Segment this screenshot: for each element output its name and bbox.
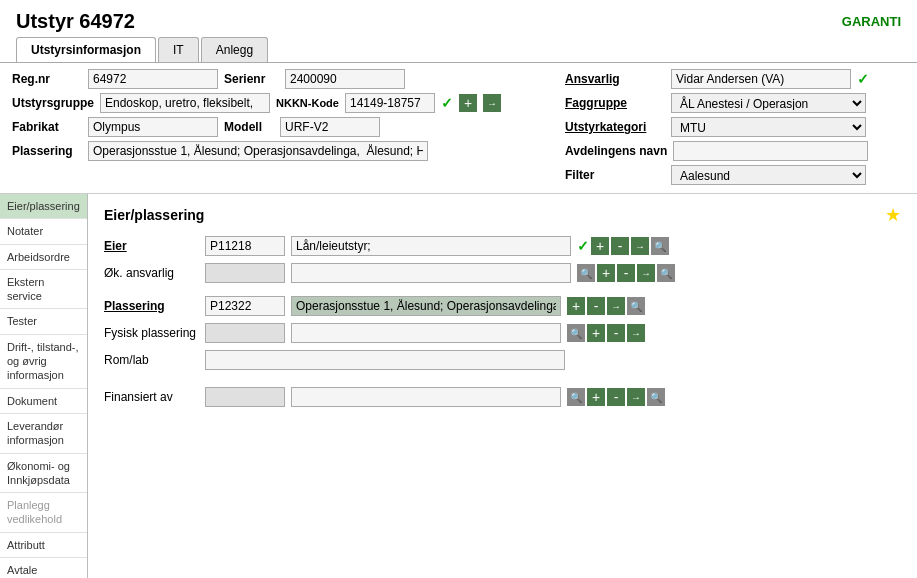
finansiert-code-input[interactable] bbox=[205, 387, 285, 407]
sidebar-nav: Eier/plassering Notater Arbeidsordre Eks… bbox=[0, 194, 88, 578]
ok-ansvarlig-field-row: Øk. ansvarlig 🔍 + - → 🔍 bbox=[104, 263, 901, 283]
nav-drift-tilstand[interactable]: Drift-, tilstand-, og øvrig informasjon bbox=[0, 335, 87, 389]
fysisk-search-btn[interactable]: 🔍 bbox=[567, 324, 585, 342]
nkkn-arrow-btn[interactable]: → bbox=[483, 94, 501, 112]
fysisk-plus-btn[interactable]: + bbox=[587, 324, 605, 342]
nkkn-plus-btn[interactable]: + bbox=[459, 94, 477, 112]
main-right-panel: Eier/plassering ★ Eier ✓ + - → 🔍 bbox=[88, 194, 917, 578]
faggruppe-label: Faggruppe bbox=[565, 96, 665, 110]
filter-label: Filter bbox=[565, 168, 665, 182]
nav-notater[interactable]: Notater bbox=[0, 219, 87, 244]
ansvarlig-input[interactable] bbox=[671, 69, 851, 89]
plassering-text-input[interactable] bbox=[291, 296, 561, 316]
plassering-row-top: Plassering bbox=[12, 141, 545, 161]
nav-attributt[interactable]: Attributt bbox=[0, 533, 87, 558]
finansiert-text-input[interactable] bbox=[291, 387, 561, 407]
eier-text-input[interactable] bbox=[291, 236, 571, 256]
plassering-top-label: Plassering bbox=[12, 144, 82, 158]
ok-ansvarlig-label: Øk. ansvarlig bbox=[104, 266, 199, 280]
ok-ansvarlig-search2-btn[interactable]: 🔍 bbox=[657, 264, 675, 282]
ok-ansvarlig-btn-group: 🔍 + - → 🔍 bbox=[577, 264, 675, 282]
section-header: Eier/plassering ★ bbox=[104, 204, 901, 226]
ok-ansvarlig-plus-btn[interactable]: + bbox=[597, 264, 615, 282]
fabrikat-label: Fabrikat bbox=[12, 120, 82, 134]
plassering-section-label[interactable]: Plassering bbox=[104, 299, 199, 313]
nav-arbeidsordre[interactable]: Arbeidsordre bbox=[0, 245, 87, 270]
nav-planlegg[interactable]: Planlegg vedlikehold bbox=[0, 493, 87, 533]
utstyrsgruppe-row: Utstyrsgruppe NKKN-Kode ✓ + → bbox=[12, 93, 545, 113]
nav-ekstern-service[interactable]: Ekstern service bbox=[0, 270, 87, 310]
fysisk-arrow-btn[interactable]: → bbox=[627, 324, 645, 342]
nav-avtale[interactable]: Avtale bbox=[0, 558, 87, 578]
spacer2 bbox=[104, 377, 901, 387]
tabs-bar: Utstyrsinformasjon IT Anlegg bbox=[0, 37, 917, 63]
finansiert-minus-btn[interactable]: - bbox=[607, 388, 625, 406]
serienr-input[interactable] bbox=[285, 69, 405, 89]
filter-select[interactable]: Aalesund bbox=[671, 165, 866, 185]
utstyrsgruppe-input[interactable] bbox=[100, 93, 270, 113]
eier-code-input[interactable] bbox=[205, 236, 285, 256]
content-wrapper: Eier/plassering Notater Arbeidsordre Eks… bbox=[0, 194, 917, 578]
regnr-row: Reg.nr Serienr bbox=[12, 69, 545, 89]
eier-arrow-btn[interactable]: → bbox=[631, 237, 649, 255]
eier-label[interactable]: Eier bbox=[104, 239, 199, 253]
plassering-minus-btn[interactable]: - bbox=[587, 297, 605, 315]
page-container: Utstyr 64972 GARANTI Utstyrsinformasjon … bbox=[0, 0, 917, 578]
fysisk-plassering-label: Fysisk plassering bbox=[104, 326, 199, 340]
finansiert-arrow-btn[interactable]: → bbox=[627, 388, 645, 406]
nav-tester[interactable]: Tester bbox=[0, 309, 87, 334]
finansiert-plus-btn[interactable]: + bbox=[587, 388, 605, 406]
page-title: Utstyr 64972 bbox=[16, 10, 135, 33]
plassering-btn-group: + - → 🔍 bbox=[567, 297, 645, 315]
fysisk-minus-btn[interactable]: - bbox=[607, 324, 625, 342]
modell-input[interactable] bbox=[280, 117, 380, 137]
plassering-top-input[interactable] bbox=[88, 141, 428, 161]
plassering-arrow-btn[interactable]: → bbox=[607, 297, 625, 315]
nav-eier-plassering[interactable]: Eier/plassering bbox=[0, 194, 87, 219]
fabrikat-row: Fabrikat Modell bbox=[12, 117, 545, 137]
eier-check-icon[interactable]: ✓ bbox=[577, 238, 589, 254]
utstyrkategori-row: Utstyrkategori MTU bbox=[565, 117, 905, 137]
ansvarlig-label: Ansvarlig bbox=[565, 72, 665, 86]
ok-ansvarlig-minus-btn[interactable]: - bbox=[617, 264, 635, 282]
finansiert-av-label: Finansiert av bbox=[104, 390, 199, 404]
ok-ansvarlig-search-btn[interactable]: 🔍 bbox=[577, 264, 595, 282]
eier-search-btn[interactable]: 🔍 bbox=[651, 237, 669, 255]
regnr-input[interactable] bbox=[88, 69, 218, 89]
plassering-code-input[interactable] bbox=[205, 296, 285, 316]
plassering-plus-btn[interactable]: + bbox=[567, 297, 585, 315]
tab-anlegg[interactable]: Anlegg bbox=[201, 37, 268, 62]
garanti-badge: GARANTI bbox=[842, 14, 901, 29]
filter-row: Filter Aalesund bbox=[565, 165, 905, 185]
eier-minus-btn[interactable]: - bbox=[611, 237, 629, 255]
plassering-search-btn[interactable]: 🔍 bbox=[627, 297, 645, 315]
serienr-label: Serienr bbox=[224, 72, 279, 86]
star-icon[interactable]: ★ bbox=[885, 204, 901, 226]
fysisk-plassering-code-input[interactable] bbox=[205, 323, 285, 343]
tab-utstyrsinformasjon[interactable]: Utstyrsinformasjon bbox=[16, 37, 156, 62]
avdelingens-navn-row: Avdelingens navn bbox=[565, 141, 905, 161]
top-form-area: Reg.nr Serienr Utstyrsgruppe NKKN-Kode ✓… bbox=[0, 63, 917, 194]
nav-dokument[interactable]: Dokument bbox=[0, 389, 87, 414]
fabrikat-input[interactable] bbox=[88, 117, 218, 137]
section-title: Eier/plassering bbox=[104, 207, 204, 223]
utstyrkategori-select[interactable]: MTU bbox=[671, 117, 866, 137]
ansvarlig-check-icon[interactable]: ✓ bbox=[857, 71, 869, 87]
tab-it[interactable]: IT bbox=[158, 37, 199, 62]
faggruppe-select[interactable]: ÅL Anestesi / Operasjon bbox=[671, 93, 866, 113]
finansiert-search-btn[interactable]: 🔍 bbox=[567, 388, 585, 406]
rom-lab-input[interactable] bbox=[205, 350, 565, 370]
fysisk-plassering-text-input[interactable] bbox=[291, 323, 561, 343]
nkkn-check-icon[interactable]: ✓ bbox=[441, 95, 453, 111]
avdelingens-navn-input[interactable] bbox=[673, 141, 868, 161]
utstyrsgruppe-label: Utstyrsgruppe bbox=[12, 96, 94, 110]
ok-ansvarlig-arrow-btn[interactable]: → bbox=[637, 264, 655, 282]
nav-okonomi[interactable]: Økonomi- og Innkjøpsdata bbox=[0, 454, 87, 494]
eier-plus-btn[interactable]: + bbox=[591, 237, 609, 255]
ok-ansvarlig-text-input[interactable] bbox=[291, 263, 571, 283]
nav-leverandor[interactable]: Leverandør informasjon bbox=[0, 414, 87, 454]
nkkn-input[interactable] bbox=[345, 93, 435, 113]
utstyrkategori-label: Utstyrkategori bbox=[565, 120, 665, 134]
ok-ansvarlig-code-input[interactable] bbox=[205, 263, 285, 283]
finansiert-search2-btn[interactable]: 🔍 bbox=[647, 388, 665, 406]
